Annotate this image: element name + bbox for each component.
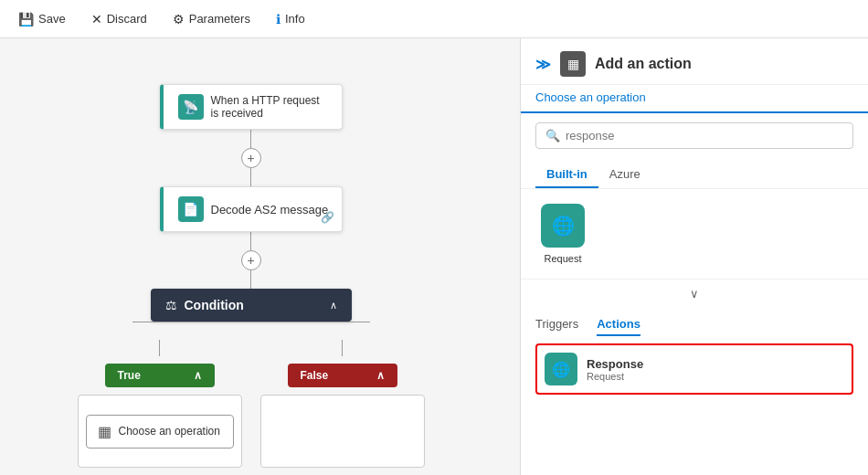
canvas: 📡 When a HTTP request is received + 📄 De… [0,38,521,475]
false-branch-content [260,395,425,468]
search-icon: 🔍 [545,129,560,142]
choose-op-label: Choose an operation [119,425,220,438]
parameters-label: Parameters [189,12,250,26]
branches: True ∧ ▦ Choose an operation [78,340,425,468]
connector-1: + [241,130,261,186]
info-label: Info [285,12,305,26]
section-tabs: Triggers Actions [521,308,868,336]
choose-operation-button[interactable]: ▦ Choose an operation [86,415,234,449]
true-collapse-icon: ∧ [194,369,202,382]
http-line1: When a HTTP request [211,94,320,107]
parameters-icon: ⚙ [173,12,185,26]
save-icon: 💾 [18,12,34,26]
http-block[interactable]: 📡 When a HTTP request is received [160,84,343,130]
tab-triggers[interactable]: Triggers [535,317,578,336]
discard-icon: ✕ [91,12,102,26]
expand-icon: ∨ [690,287,699,301]
icons-grid: 🌐 Request [521,189,868,279]
discard-label: Discard [107,12,147,26]
false-label[interactable]: False ∧ [288,364,397,387]
main-area: 📡 When a HTTP request is received + 📄 De… [0,38,868,475]
decode-block[interactable]: 📄 Decode AS2 message 🔗 [160,186,343,232]
expand-button[interactable]: ∨ [521,279,868,308]
save-button[interactable]: 💾 Save [15,10,69,28]
response-action-icon: 🌐 [545,353,577,385]
request-icon-box: 🌐 [541,204,585,248]
tab-actions[interactable]: Actions [597,317,640,336]
request-icon-item[interactable]: 🌐 Request [535,204,590,264]
discard-button[interactable]: ✕ Discard [88,10,151,28]
decode-label: Decode AS2 message [211,203,329,216]
request-icon-label: Request [545,253,582,264]
connector-2: + [241,232,261,289]
panel-type-tabs: Built-in Azure [521,162,868,189]
add-step-2-button[interactable]: + [241,250,261,270]
panel-action-icon: ▦ [560,51,586,77]
action-list: 🌐 Response Request [521,336,868,402]
search-input[interactable] [566,129,843,142]
true-branch-content: ▦ Choose an operation [78,395,242,468]
panel-collapse-button[interactable]: ≫ [535,56,551,73]
condition-label: Condition [185,298,244,312]
http-icon: 📡 [178,94,204,120]
choose-op-icon: ▦ [98,423,111,440]
save-label: Save [38,12,66,26]
panel-header: ≫ ▦ Add an action [521,38,868,85]
tab-builtin[interactable]: Built-in [535,162,598,188]
http-line2: is received [211,107,320,120]
response-action-item[interactable]: 🌐 Response Request [535,343,853,395]
decode-icon: 📄 [178,196,204,222]
true-branch: True ∧ ▦ Choose an operation [78,340,242,468]
condition-block[interactable]: ⚖ Condition ∧ [151,289,352,322]
response-action-info: Response Request [587,357,643,382]
info-button[interactable]: ℹ Info [272,10,309,28]
false-collapse-icon: ∧ [376,369,385,382]
right-panel: ≫ ▦ Add an action Choose an operation 🔍 … [521,38,868,475]
flow-container: 📡 When a HTTP request is received + 📄 De… [78,84,425,468]
false-branch: False ∧ [260,340,425,468]
response-action-name: Response [587,357,643,371]
toolbar: 💾 Save ✕ Discard ⚙ Parameters ℹ Info [0,0,868,38]
tab-azure[interactable]: Azure [598,162,651,188]
link-icon: 🔗 [321,211,334,224]
info-icon: ℹ [276,12,281,26]
search-box: 🔍 [535,122,853,149]
add-step-1-button[interactable]: + [241,148,261,168]
parameters-button[interactable]: ⚙ Parameters [169,10,254,28]
condition-icon: ⚖ [165,298,177,312]
panel-title: Add an action [595,56,692,72]
condition-collapse-icon[interactable]: ∧ [330,300,337,311]
response-action-sub: Request [587,371,643,382]
panel-subtitle: Choose an operation [521,85,868,113]
true-label[interactable]: True ∧ [105,364,215,387]
